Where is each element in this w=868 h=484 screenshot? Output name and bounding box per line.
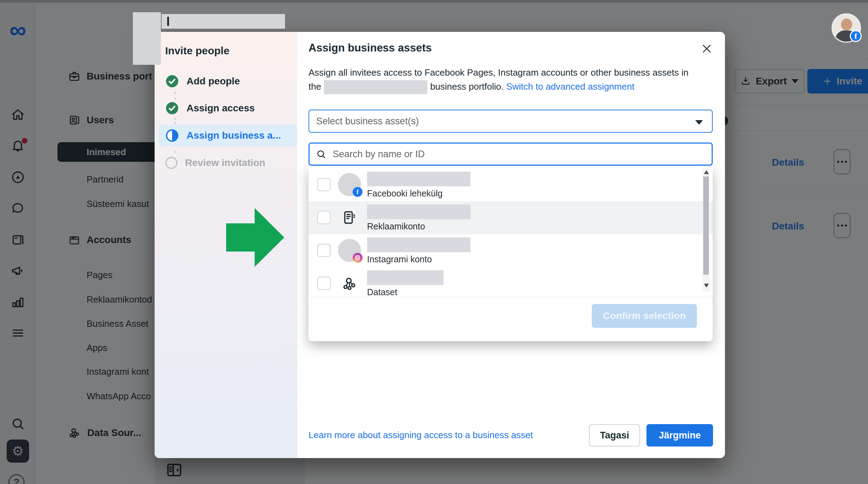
scroll-down-icon[interactable] bbox=[704, 284, 709, 288]
checkbox[interactable] bbox=[317, 178, 331, 191]
switch-advanced-link[interactable]: Switch to advanced assignment bbox=[506, 81, 635, 92]
checkbox[interactable] bbox=[317, 277, 331, 290]
dropdown-footer: Confirm selection bbox=[308, 297, 713, 341]
step-assign-business-assets[interactable]: Assign business a... bbox=[165, 128, 281, 143]
asset-row-ad-account[interactable]: Reklaamikonto bbox=[308, 201, 713, 234]
step-assign-access: Assign access bbox=[165, 101, 255, 116]
business-asset-select-input[interactable] bbox=[309, 110, 712, 132]
facebook-badge-icon: f bbox=[850, 30, 862, 42]
asset-list: f Facebooki lehekülg Reklaamikonto bbox=[308, 166, 713, 297]
next-button[interactable]: Järgmine bbox=[646, 424, 713, 447]
ad-account-icon bbox=[341, 209, 358, 226]
checkbox[interactable] bbox=[317, 211, 331, 224]
asset-row-facebook-page[interactable]: f Facebooki lehekülg bbox=[308, 168, 713, 201]
step-review-invitation: Review invitation bbox=[165, 155, 265, 171]
back-button[interactable]: Tagasi bbox=[589, 424, 640, 447]
asset-dropdown-panel: f Facebooki lehekülg Reklaamikonto bbox=[308, 166, 713, 341]
redacted-asset-name bbox=[367, 205, 470, 219]
business-asset-select[interactable] bbox=[308, 110, 713, 133]
instagram-badge-icon bbox=[353, 253, 362, 263]
redaction-box bbox=[133, 12, 161, 65]
step-add-people: Add people bbox=[165, 74, 240, 89]
dialog-title: Assign business assets bbox=[308, 42, 432, 54]
asset-search-input[interactable] bbox=[310, 144, 712, 165]
avatar-head bbox=[841, 19, 852, 30]
assign-business-assets-dialog: Assign business assets Assign all invite… bbox=[297, 32, 725, 458]
screen: ∞ ⚙ ? bbox=[0, 0, 868, 484]
checkbox[interactable] bbox=[317, 244, 331, 257]
asset-row-instagram-account[interactable]: Instagrami konto bbox=[308, 234, 713, 267]
scrollbar-thumb[interactable] bbox=[703, 177, 709, 275]
chevron-down-icon bbox=[695, 120, 703, 125]
empty-circle-icon bbox=[165, 157, 177, 169]
redacted-text-sliver bbox=[167, 17, 169, 26]
dataset-icon bbox=[341, 275, 358, 291]
dialog-description: Assign all invitees access to Facebook P… bbox=[308, 65, 713, 94]
facebook-badge-icon: f bbox=[353, 187, 362, 197]
redacted-asset-name bbox=[367, 237, 470, 252]
check-circle-icon bbox=[165, 75, 179, 88]
redacted-asset-name bbox=[367, 172, 470, 186]
asset-row-dataset[interactable]: Dataset bbox=[308, 267, 713, 297]
learn-more-link[interactable]: Learn more about assigning access to a b… bbox=[308, 430, 533, 441]
scroll-up-icon[interactable] bbox=[704, 170, 709, 174]
asset-search-field[interactable] bbox=[308, 143, 713, 166]
close-icon[interactable] bbox=[699, 41, 714, 56]
redacted-asset-name bbox=[367, 270, 443, 285]
confirm-selection-button[interactable]: Confirm selection bbox=[592, 304, 697, 328]
redacted-portfolio-name bbox=[324, 80, 427, 94]
check-circle-icon bbox=[165, 102, 179, 115]
redaction-box bbox=[162, 14, 285, 29]
half-circle-progress-icon bbox=[165, 129, 179, 142]
wizard-title: Invite people bbox=[165, 45, 229, 57]
